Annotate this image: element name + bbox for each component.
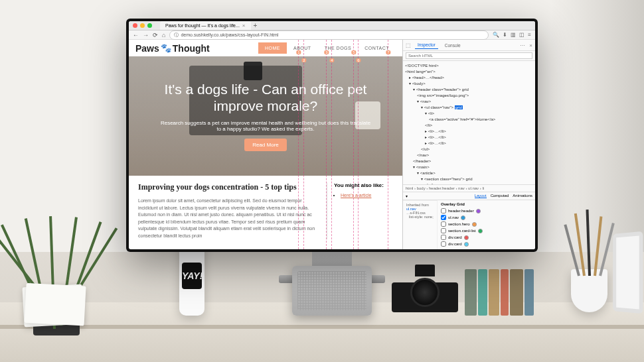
address-bar[interactable]: ⓘ demo.sushkelly.co.uk/paws/css-layout-F… [169,30,489,40]
reload-button[interactable]: ⟳ [153,32,158,38]
article-title: Improving your dogs concentration - 5 to… [138,182,317,192]
tab-title: Paws for thought — It's a dogs life... [165,23,240,28]
overlay-card1[interactable]: div.card [441,234,532,241]
devtools-close-icon[interactable]: × [529,42,532,48]
library-icon[interactable]: ▥ [511,32,516,38]
nav-home[interactable]: HOME [258,42,287,54]
hero-section: It's a dogs life - Can an office pet imp… [129,56,402,176]
overlay-card2[interactable]: div.card [441,241,532,247]
nav-dogs[interactable]: THE DOGS [318,42,359,54]
html-search-input[interactable] [406,52,532,59]
webpage-viewport: Paws 🐾 Thought HOME ABOUT THE DOGS CONTA… [129,40,402,249]
tab-inspector[interactable]: Inspector [415,41,438,49]
overlay-hero[interactable]: section.hero [441,221,532,227]
search-icon[interactable]: 🔍 [493,32,499,38]
tab-computed[interactable]: Computed [491,194,509,198]
info-icon: ⓘ [174,32,179,38]
devtools-tabs: ⬚ Inspector Console ⋯ × [403,40,535,51]
pencil-cup [571,269,607,312]
read-more-button[interactable]: Read More [244,139,287,151]
rules-pane: Inherited from ul.nav …s-FIN.css list-st… [403,200,438,249]
tab-layout[interactable]: Layout [475,194,487,198]
back-button[interactable]: ← [133,32,139,38]
url-text: demo.sushkelly.co.uk/paws/css-layout-FIN… [181,32,278,37]
book-stack [465,269,544,316]
close-traffic-light[interactable] [133,23,137,28]
hero-title: It's a dogs life - Can an office pet imp… [165,82,367,115]
maximize-traffic-light[interactable] [147,23,152,28]
new-tab-button[interactable]: + [254,22,258,29]
tab-console[interactable]: Console [442,42,463,49]
browser-tab[interactable]: Paws for thought — It's a dogs life... × [160,21,251,30]
site-logo[interactable]: Paws 🐾 Thought [135,43,210,54]
tab-animations[interactable]: Animations [513,194,532,198]
site-nav: HOME ABOUT THE DOGS CONTACT [258,42,396,54]
monitor: Paws for thought — It's a dogs life... ×… [126,19,538,252]
inspect-icon[interactable]: ⬚ [406,42,411,48]
menu-icon[interactable]: ≡ [528,32,531,38]
nav-about[interactable]: ABOUT [287,42,318,54]
paw-icon: 🐾 [161,43,171,53]
sidebar-icon[interactable]: ◫ [519,32,524,38]
browser-toolbar: ← → ⟳ ⌂ ⓘ demo.sushkelly.co.uk/paws/css-… [129,30,535,40]
aside-link[interactable]: Here's a article [341,193,371,198]
article-body: Lorem ipsum dolor sit amet, consectetur … [138,198,317,239]
site-header: Paws 🐾 Thought HOME ABOUT THE DOGS CONTA… [129,40,402,56]
camera [392,272,458,312]
breadcrumb[interactable]: html › body › header.header › nav › ul.n… [403,184,535,192]
devtools-panel: ⬚ Inspector Console ⋯ × <!DOCTYPE html> … [402,40,535,249]
tab-close-icon[interactable]: × [242,23,246,29]
download-icon[interactable]: ⬇ [503,32,507,38]
nav-contact[interactable]: CONTACT [358,42,396,54]
aside-title: You might also like: [334,182,393,188]
minimize-traffic-light[interactable] [140,23,145,28]
main-article: Improving your dogs concentration - 5 to… [138,182,317,239]
bottle-label: YAY! [182,263,202,289]
home-button[interactable]: ⌂ [162,32,165,38]
hero-subtitle: Research suggests a pet can improve ment… [159,120,372,132]
forward-button[interactable]: → [143,32,149,38]
window-titlebar: Paws for thought — It's a dogs life... ×… [129,21,535,30]
devtools-lower-tabs: ▾ Layout Computed Animations [403,192,535,200]
filter-icon[interactable]: ▾ [406,194,408,198]
overlay-cardlist[interactable]: section.card-list [441,227,532,234]
dom-tree[interactable]: <!DOCTYPE html> <html lang="en"> ▸ <head… [403,61,535,184]
business-cards [22,284,84,328]
external-drive [292,266,372,316]
tablet [613,231,643,314]
sidebar-aside: You might also like: Here's a article [327,182,393,239]
grid-overlay-panel: Overlay Grid header.header ul.nav sectio… [438,200,535,249]
overlay-nav[interactable]: ul.nav [441,214,532,221]
devtools-settings-icon[interactable]: ⋯ [520,42,525,48]
overlay-header[interactable]: header.header [441,208,532,214]
